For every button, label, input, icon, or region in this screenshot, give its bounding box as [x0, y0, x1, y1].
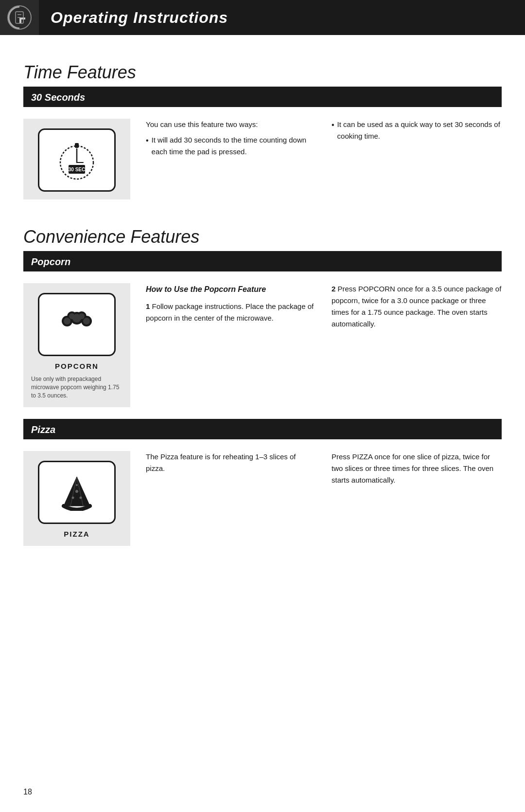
svg-point-15	[64, 318, 70, 325]
convenience-features-title: Convenience Features	[23, 227, 502, 247]
svg-point-23	[75, 490, 78, 493]
thirty-seconds-col1: You can use this feature two ways: • It …	[146, 119, 316, 161]
pizza-device-icon	[38, 461, 116, 524]
pizza-image-box: PIZZA	[23, 451, 130, 546]
thirty-seconds-device-icon: 30 SEC	[38, 128, 116, 192]
page-header: Operating Instructions	[0, 0, 525, 35]
popcorn-bar: Popcorn	[23, 253, 502, 271]
pizza-content: PIZZA The Pizza feature is for reheating…	[23, 439, 502, 558]
convenience-features-section: Convenience Features Popcorn	[23, 227, 502, 558]
thirty-seconds-bullet2: • It can be used as a quick way to set 3…	[332, 119, 502, 142]
pizza-icon	[60, 474, 94, 511]
pizza-col2: Press PIZZA once for one slice of pizza,…	[332, 451, 502, 490]
popcorn-col1: How to Use the Popcorn Feature 1 Follow …	[146, 283, 316, 335]
time-features-title: Time Features	[23, 62, 502, 83]
thirty-seconds-text: You can use this feature two ways: • It …	[146, 119, 502, 161]
brand-logo	[0, 0, 39, 35]
thirty-seconds-col2: • It can be used as a quick way to set 3…	[332, 119, 502, 161]
popcorn-image-box: POPCORN Use only with prepackaged microw…	[23, 283, 130, 407]
popcorn-image-caption: Use only with prepackaged microwave popc…	[31, 375, 122, 399]
svg-point-25	[80, 496, 82, 499]
thirty-seconds-bar: 30 Seconds	[23, 88, 502, 107]
svg-rect-7	[75, 143, 79, 148]
pizza-bar: Pizza	[23, 420, 502, 439]
pizza-col1: The Pizza feature is for reheating 1–3 s…	[146, 451, 316, 490]
popcorn-col2: 2 Press POPCORN once for a 3.5 ounce pac…	[332, 283, 502, 335]
popcorn-icon	[57, 307, 96, 342]
thirty-seconds-image-box: 30 SEC	[23, 119, 130, 199]
popcorn-step1: 1 Follow package instructions. Place the…	[146, 301, 316, 324]
page-number: 18	[23, 788, 32, 796]
timer-icon: 30 SEC	[55, 138, 99, 182]
thirty-seconds-content: 30 SEC You can use this feature two ways…	[23, 107, 502, 211]
popcorn-content: POPCORN Use only with prepackaged microw…	[23, 271, 502, 419]
svg-point-17	[83, 318, 90, 325]
popcorn-step2: 2 Press POPCORN once for a 3.5 ounce pac…	[332, 283, 502, 330]
page-title: Operating Instructions	[39, 9, 228, 27]
svg-text:30 SEC: 30 SEC	[69, 167, 85, 172]
popcorn-how-to-title: How to Use the Popcorn Feature	[146, 283, 316, 296]
svg-point-24	[72, 496, 74, 499]
time-features-section: Time Features 30 Seconds	[23, 62, 502, 211]
thirty-seconds-bullet1: • It will add 30 seconds to the time cou…	[146, 134, 316, 158]
svg-point-19	[79, 313, 85, 319]
pizza-device-label: PIZZA	[64, 530, 89, 538]
svg-point-26	[76, 484, 78, 486]
logo-icon	[7, 5, 32, 30]
pizza-text: The Pizza feature is for reheating 1–3 s…	[146, 451, 502, 490]
popcorn-text: How to Use the Popcorn Feature 1 Follow …	[146, 283, 502, 335]
popcorn-device-label: POPCORN	[55, 362, 99, 370]
main-content: Time Features 30 Seconds	[0, 35, 525, 585]
svg-point-18	[69, 313, 75, 319]
popcorn-device-icon	[38, 293, 116, 356]
